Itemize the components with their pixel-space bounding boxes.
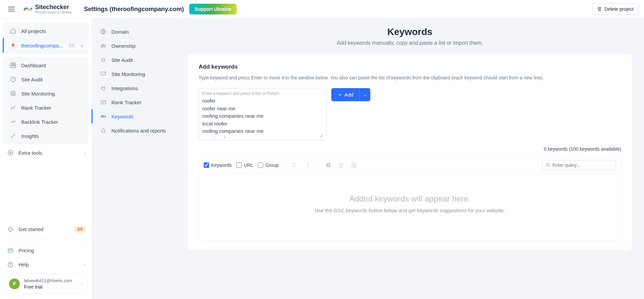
plus-icon: ＋ bbox=[337, 91, 342, 98]
sidebar-item-label: Backlink Tracker bbox=[21, 119, 58, 125]
main-content: Keywords Add keywords manually, copy and… bbox=[176, 18, 644, 299]
sidebar-item-backlink-tracker[interactable]: Backlink Tracker bbox=[3, 115, 89, 129]
support-ukraine-button[interactable]: Support Ukraine bbox=[189, 4, 237, 14]
settings-nav-keywords[interactable]: Keywords bbox=[92, 109, 176, 123]
svg-rect-7 bbox=[8, 249, 13, 252]
tree-icon[interactable] bbox=[291, 161, 299, 169]
settings-nav-label: Ownership bbox=[111, 43, 136, 49]
sidebar-project[interactable]: R theroofingcompa... CZ › bbox=[3, 38, 89, 53]
settings-nav-label: Keywords bbox=[111, 114, 134, 119]
svg-rect-0 bbox=[11, 63, 13, 65]
filter-keywords-checkbox[interactable]: Keywords bbox=[204, 162, 232, 168]
sidebar-pricing[interactable]: Pricing bbox=[0, 244, 92, 258]
settings-nav-domain[interactable]: Domain bbox=[92, 25, 176, 39]
sidebar-pricing-label: Pricing bbox=[19, 248, 34, 253]
svg-point-14 bbox=[101, 115, 103, 117]
sidebar-item-label: Site Audit bbox=[21, 77, 42, 82]
svg-point-12 bbox=[105, 72, 105, 73]
primary-sidebar: All projects R theroofingcompa... CZ › D… bbox=[0, 18, 92, 299]
dashboard-icon bbox=[10, 62, 16, 68]
sidebar-all-projects[interactable]: All projects bbox=[3, 24, 89, 38]
logo-tagline: Proudly made in Ukraine bbox=[35, 11, 72, 14]
settings-nav-rank-tracker[interactable]: Rank Tracker bbox=[92, 95, 176, 109]
link-icon bbox=[10, 119, 16, 125]
svg-rect-2 bbox=[11, 66, 15, 68]
plus-circle-icon bbox=[7, 150, 14, 156]
chevron-down-icon: ⌄ bbox=[363, 92, 367, 97]
avatar: F bbox=[9, 278, 20, 289]
filter-url-label: URL bbox=[244, 162, 253, 168]
sidebar-get-started-label: Get started bbox=[19, 226, 43, 232]
svg-point-4 bbox=[11, 91, 15, 96]
page-title: Settings (theroofingcompany.com) bbox=[84, 6, 184, 13]
keywords-counter: 0 keywords (100 keywords available) bbox=[199, 146, 621, 152]
sidebar-item-label: Rank Tracker bbox=[21, 105, 51, 111]
filter-group-label: Group bbox=[265, 162, 278, 168]
add-button[interactable]: ＋ Add bbox=[331, 88, 360, 101]
settings-nav-site-monitoring[interactable]: Site Monitoring bbox=[92, 67, 176, 81]
sidebar-item-dashboard[interactable]: Dashboard bbox=[3, 58, 89, 72]
section-description: Type keyword and press Enter to move it … bbox=[199, 74, 621, 81]
globe-icon bbox=[100, 29, 107, 35]
logo[interactable]: Sitechecker Proudly made in Ukraine bbox=[23, 4, 72, 14]
logo-mark-icon bbox=[23, 4, 32, 14]
logo-name: Sitechecker bbox=[35, 4, 72, 10]
filter-keywords-label: Keywords bbox=[211, 162, 232, 168]
sidebar-item-label: Site Monitoring bbox=[21, 91, 55, 97]
settings-nav-notifications[interactable]: Notifications and reports bbox=[92, 123, 176, 138]
keywords-card: Add keywords Type keyword and press Ente… bbox=[188, 54, 632, 250]
wand-icon bbox=[10, 133, 16, 139]
sidebar-item-insights[interactable]: Insights bbox=[3, 129, 89, 143]
sidebar-item-label: Dashboard bbox=[21, 63, 46, 68]
settings-nav-label: Integrations bbox=[111, 85, 138, 91]
settings-nav-integrations[interactable]: Integrations bbox=[92, 81, 176, 95]
settings-nav-label: Domain bbox=[111, 29, 129, 35]
sidebar-item-site-monitoring[interactable]: Site Monitoring bbox=[3, 86, 89, 101]
sidebar-project-name: theroofingcompa... bbox=[21, 43, 63, 48]
project-letter-icon: R bbox=[10, 42, 16, 49]
sidebar-get-started[interactable]: Get started 3/5 bbox=[0, 222, 92, 236]
sidebar-help[interactable]: Help › bbox=[0, 258, 92, 272]
table-search[interactable] bbox=[542, 160, 616, 170]
chevron-right-icon: › bbox=[81, 281, 82, 287]
svg-point-5 bbox=[12, 92, 14, 95]
user-account-card[interactable]: F febewi6411@hbehs.com Free trial › bbox=[4, 274, 88, 294]
delete-icon[interactable] bbox=[337, 161, 345, 169]
keywords-textarea[interactable] bbox=[202, 97, 323, 138]
svg-point-19 bbox=[307, 166, 308, 167]
settings-sidebar: Domain Ownership Site Audit Site Monitor… bbox=[92, 18, 176, 299]
settings-nav-label: Site Monitoring bbox=[111, 71, 145, 77]
trash-icon bbox=[597, 7, 602, 11]
plug-icon bbox=[100, 85, 107, 91]
filter-url-checkbox[interactable]: URL bbox=[236, 162, 253, 168]
bug-icon bbox=[100, 57, 107, 63]
svg-rect-1 bbox=[13, 63, 15, 65]
chevron-right-icon: › bbox=[84, 262, 86, 267]
settings-nav-ownership[interactable]: Ownership bbox=[92, 39, 176, 53]
delete-project-button[interactable]: Delete project bbox=[592, 3, 639, 15]
sidebar-item-label: Insights bbox=[21, 133, 39, 139]
menu-icon[interactable] bbox=[5, 4, 18, 14]
more-vertical-icon[interactable] bbox=[304, 161, 312, 169]
textarea-label: Enter a keyword and press Enter or Retur… bbox=[202, 91, 323, 96]
svg-point-17 bbox=[307, 163, 308, 164]
expand-icon[interactable] bbox=[350, 161, 358, 169]
help-icon bbox=[7, 262, 14, 268]
filter-group-checkbox[interactable]: Group bbox=[258, 162, 278, 168]
sidebar-item-site-audit[interactable]: Site Audit bbox=[3, 72, 89, 86]
monitor-icon bbox=[100, 71, 107, 77]
table-search-input[interactable] bbox=[552, 162, 612, 168]
app-header: Sitechecker Proudly made in Ukraine Sett… bbox=[0, 0, 644, 18]
delete-project-label: Delete project bbox=[605, 6, 634, 12]
settings-nav-label: Site Audit bbox=[111, 57, 133, 63]
sidebar-all-projects-label: All projects bbox=[21, 28, 46, 34]
add-dropdown-button[interactable]: ⌄ bbox=[360, 88, 370, 101]
sidebar-extra-tools[interactable]: Extra tools › bbox=[0, 146, 92, 160]
svg-rect-15 bbox=[293, 163, 294, 164]
project-locale-badge: CZ bbox=[69, 43, 74, 48]
sidebar-item-rank-tracker[interactable]: Rank Tracker bbox=[3, 101, 89, 115]
settings-nav-label: Notifications and reports bbox=[111, 128, 166, 134]
select-all-icon[interactable] bbox=[324, 161, 332, 169]
sidebar-help-label: Help bbox=[19, 262, 29, 267]
settings-nav-site-audit[interactable]: Site Audit bbox=[92, 53, 176, 67]
